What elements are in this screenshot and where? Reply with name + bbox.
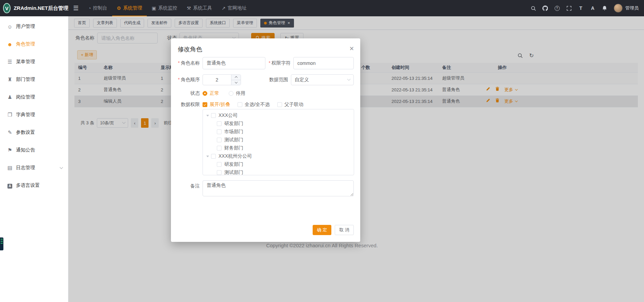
bell-icon[interactable] [602,5,608,11]
role-order-label: 角色顺序 [178,77,200,83]
checkbox [277,102,282,107]
dialog-title: 修改角色 [178,46,202,53]
sidebar-item[interactable]: A多语言设置 [0,177,68,194]
role-name-label: 角色名称 [178,60,200,66]
nav-item[interactable]: ↗官网地址 [217,0,251,16]
nav-item[interactable]: ▣系统监控 [147,0,182,16]
sidebar-toggle-icon[interactable]: ☰ [73,4,79,12]
tree-node[interactable]: 研发部门 [203,160,354,168]
perm-checkbox[interactable]: 展开/折叠 [203,102,230,108]
caret-down-icon[interactable] [206,115,209,118]
data-perm-label: 数据权限 [178,102,200,108]
status-radio-group: 正常停用 [203,90,255,96]
remark-textarea[interactable]: 普通角色 [203,180,354,196]
search-icon[interactable] [530,5,536,11]
sidebar-item-label: 日志管理 [16,165,35,171]
fullscreen-icon[interactable] [566,5,572,11]
radio-dot [229,91,233,96]
sidebar-item-label: 岗位管理 [16,94,35,100]
tree-node-label: 研发部门 [224,121,243,127]
i18n-icon: A [7,182,13,189]
nav-item[interactable]: ◔控制台 [83,0,112,16]
tree-node[interactable]: 研发部门 [203,120,354,128]
sidebar-item[interactable]: ♟岗位管理 [0,88,68,106]
brand: V ZRAdmin.NET后台管理 [0,3,68,13]
tree-node-label: 财务部门 [224,145,243,151]
user-icon: ☺ [7,24,13,30]
sidebar-item-label: 用户管理 [16,23,35,30]
post-icon: ♟ [7,94,13,100]
checkbox [203,102,207,107]
tree-node[interactable]: XXX公司 [203,111,354,120]
app-title: ZRAdmin.NET后台管理 [14,5,68,12]
external-link-icon: ↗ [222,5,226,11]
perm-checkbox[interactable]: 父子联动 [277,102,303,108]
tree-node[interactable]: XXX杭州分公司 [203,152,354,160]
decrease-icon[interactable] [231,80,241,85]
role-order-input[interactable] [203,77,231,83]
sidebar-item[interactable]: ♜部门管理 [0,71,68,88]
checkbox[interactable] [217,121,222,126]
sidebar-item[interactable]: ☻角色管理 [0,35,68,53]
tree-node[interactable]: 测试部门 [203,168,354,175]
stepper-controls [231,75,241,85]
status-radio[interactable]: 正常 [203,90,219,96]
param-icon: ✎ [7,129,13,136]
tree-node-label: 测试部门 [224,170,243,175]
checkbox[interactable] [211,113,216,118]
confirm-button[interactable]: 确 定 [313,225,332,235]
status-label: 状态 [178,90,200,96]
nav-item[interactable]: ⚙系统管理 [112,0,147,16]
checkbox[interactable] [217,170,222,175]
sidebar-item-label: 字典管理 [16,112,35,118]
close-icon[interactable]: ✕ [349,46,354,52]
data-scope-value: 自定义 [295,77,309,83]
tree-node-label: XXX杭州分公司 [219,153,252,159]
perm-checkbox[interactable]: 全选/全不选 [238,102,270,108]
tree-node-label: XXX公司 [219,112,238,119]
font-size-icon[interactable]: T [578,5,584,11]
tree-node-label: 测试部门 [224,137,243,143]
sidebar-item[interactable]: ✎参数设置 [0,124,68,141]
data-scope-select[interactable]: 自定义 [291,74,354,85]
sidebar-item-label: 角色管理 [16,41,35,47]
sidebar-item-label: 通知公告 [16,147,35,153]
radio-label: 正常 [210,90,219,96]
sidebar-item-label: 部门管理 [16,76,35,83]
sidebar-item-label: 参数设置 [16,129,35,136]
cancel-button[interactable]: 取 消 [335,225,354,235]
dialog-header: 修改角色 ✕ [171,38,360,53]
checkbox-label: 全选/全不选 [245,102,270,108]
user-menu[interactable]: 管理员 [614,4,639,13]
tree-node[interactable]: 测试部门 [203,136,354,144]
tree-node[interactable]: 财务部门 [203,144,354,152]
nav-item-label: 系统工具 [193,5,212,11]
checkbox[interactable] [217,129,222,134]
checkbox[interactable] [217,138,222,142]
increase-icon[interactable] [231,75,241,80]
github-icon[interactable] [542,5,548,11]
sidebar-item-label: 菜单管理 [16,59,35,65]
status-radio[interactable]: 停用 [229,90,245,96]
nav-item[interactable]: ⚒系统工具 [182,0,217,16]
question-icon[interactable]: ? [554,5,560,11]
performance-widget[interactable] [0,237,3,250]
sidebar-item[interactable]: ❐字典管理 [0,106,68,124]
checkbox[interactable] [211,154,216,159]
sidebar-item[interactable]: ☰菜单管理 [0,53,68,71]
user-name: 管理员 [625,5,639,11]
language-icon[interactable]: A [590,5,596,11]
perm-char-label: 权限字符 [269,60,291,66]
sidebar-item[interactable]: ▤日志管理 [0,159,68,177]
sidebar-item[interactable]: ☺用户管理 [0,18,68,35]
sidebar-item[interactable]: ⚑通知公告 [0,141,68,159]
checkbox[interactable] [217,162,222,167]
header-actions: ?TA [530,5,608,11]
app-header: V ZRAdmin.NET后台管理 ☰ ◔控制台⚙系统管理▣系统监控⚒系统工具↗… [0,0,644,16]
caret-down-icon[interactable] [206,156,209,159]
dict-icon: ❐ [7,112,13,118]
role-name-input[interactable] [203,57,265,69]
perm-char-input[interactable] [293,57,354,69]
checkbox[interactable] [217,146,222,150]
tree-node[interactable]: 市场部门 [203,128,354,136]
